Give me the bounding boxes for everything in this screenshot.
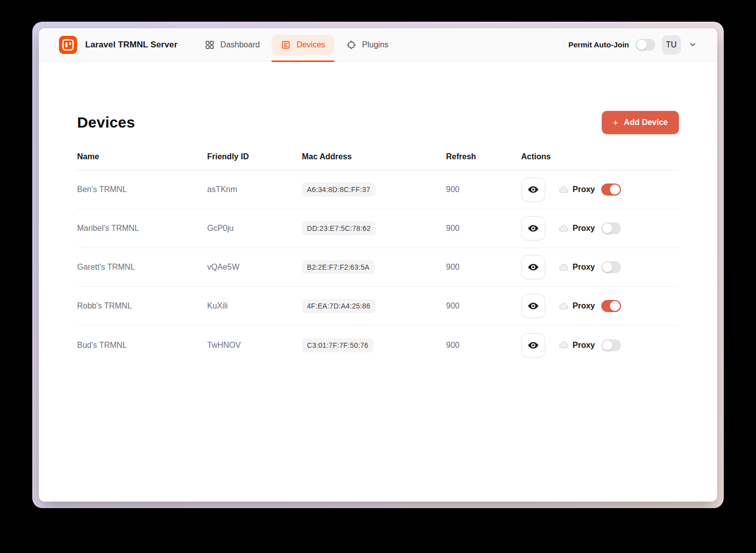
- col-header-friendly-id: Friendly ID: [207, 152, 302, 161]
- view-device-button[interactable]: [521, 177, 545, 202]
- device-name: Ben's TRMNL: [77, 185, 207, 194]
- view-device-button[interactable]: [521, 333, 545, 357]
- proxy-label: Proxy: [573, 263, 595, 272]
- device-friendly-id: GcP0ju: [207, 224, 302, 233]
- eye-icon: [528, 262, 539, 273]
- table-header-row: Name Friendly ID Mac Address Refresh Act…: [77, 152, 679, 170]
- page-title: Devices: [77, 114, 135, 131]
- proxy-toggle[interactable]: [601, 339, 621, 351]
- dashboard-grid-icon: [205, 40, 215, 50]
- tab-plugins-label: Plugins: [362, 40, 388, 49]
- devices-list-icon: [281, 40, 291, 50]
- mac-address-badge: A6:34:8D:8C:FF:37: [302, 182, 375, 197]
- permit-auto-join-label: Permit Auto-Join: [569, 40, 629, 49]
- device-refresh: 900: [446, 301, 521, 311]
- main-content: Devices + Add Device Name Friendly ID Ma…: [39, 62, 717, 502]
- device-name: Bud's TRMNL: [77, 341, 207, 350]
- chevron-down-icon: [688, 40, 697, 49]
- proxy-label: Proxy: [573, 301, 595, 311]
- mac-address-badge: B2:2E:F7:F2:63:5A: [302, 260, 374, 274]
- table-body: Ben's TRMNL asTKnm A6:34:8D:8C:FF:37 900…: [77, 170, 679, 364]
- col-header-actions: Actions: [521, 152, 679, 161]
- eye-icon: [528, 223, 539, 234]
- user-avatar[interactable]: TU: [662, 35, 681, 54]
- device-refresh: 900: [446, 185, 521, 194]
- top-right-cluster: Permit Auto-Join TU: [569, 35, 697, 54]
- table-row: Garett's TRMNL vQAe5W B2:2E:F7:F2:63:5A …: [77, 248, 679, 287]
- proxy-label: Proxy: [573, 185, 595, 194]
- mac-address-badge: C3:01:7F:7F:50:76: [302, 338, 373, 352]
- tab-dashboard-label: Dashboard: [220, 40, 260, 49]
- add-device-button[interactable]: + Add Device: [602, 111, 679, 134]
- plus-icon: +: [613, 118, 618, 128]
- permit-auto-join-toggle[interactable]: [636, 39, 655, 51]
- main-nav: Dashboard Devices: [196, 28, 398, 62]
- app-window: Laravel TRMNL Server Dashboard: [39, 28, 717, 502]
- tab-devices[interactable]: Devices: [272, 28, 334, 62]
- view-device-button[interactable]: [521, 294, 545, 318]
- device-friendly-id: asTKnm: [207, 185, 302, 194]
- top-bar: Laravel TRMNL Server Dashboard: [39, 28, 717, 62]
- tab-plugins[interactable]: Plugins: [337, 28, 397, 62]
- device-friendly-id: KuXili: [207, 301, 302, 311]
- add-device-label: Add Device: [624, 118, 668, 127]
- table-row: Maribel's TRMNL GcP0ju DD:23:E7:5C:78:62…: [77, 209, 679, 248]
- eye-icon: [528, 184, 539, 195]
- app-title: Laravel TRMNL Server: [85, 40, 177, 50]
- trmnl-logo-icon: [59, 36, 77, 54]
- proxy-toggle[interactable]: [601, 261, 621, 273]
- col-header-name: Name: [77, 152, 207, 161]
- device-name: Robb's TRMNL: [77, 301, 207, 311]
- proxy-toggle[interactable]: [601, 300, 621, 312]
- device-friendly-id: vQAe5W: [207, 263, 302, 272]
- cloud-icon: [558, 262, 569, 273]
- brand: Laravel TRMNL Server: [59, 36, 177, 54]
- proxy-toggle[interactable]: [601, 222, 621, 234]
- eye-icon: [528, 340, 539, 351]
- proxy-label: Proxy: [573, 341, 595, 350]
- window-frame: Laravel TRMNL Server Dashboard: [32, 22, 724, 508]
- view-device-button[interactable]: [521, 255, 545, 279]
- cloud-icon: [558, 185, 569, 195]
- proxy-toggle[interactable]: [601, 183, 621, 196]
- device-refresh: 900: [446, 224, 521, 233]
- proxy-label: Proxy: [573, 224, 595, 233]
- view-device-button[interactable]: [521, 216, 545, 240]
- col-header-refresh: Refresh: [446, 152, 521, 161]
- device-name: Garett's TRMNL: [77, 263, 207, 272]
- col-header-mac-address: Mac Address: [302, 152, 446, 161]
- table-row: Robb's TRMNL KuXili 4F:EA:7D:A4:25:86 90…: [77, 287, 679, 326]
- cloud-icon: [558, 223, 569, 234]
- cloud-icon: [558, 340, 569, 350]
- device-name: Maribel's TRMNL: [77, 224, 207, 233]
- table-row: Ben's TRMNL asTKnm A6:34:8D:8C:FF:37 900…: [77, 170, 679, 209]
- cloud-icon: [558, 301, 569, 312]
- devices-table: Name Friendly ID Mac Address Refresh Act…: [77, 152, 679, 364]
- device-refresh: 900: [446, 341, 521, 350]
- plugins-puzzle-icon: [346, 40, 356, 50]
- mac-address-badge: DD:23:E7:5C:78:62: [302, 221, 376, 235]
- user-menu-chevron[interactable]: [688, 40, 697, 49]
- device-friendly-id: TwHNOV: [207, 341, 302, 350]
- tab-devices-label: Devices: [296, 40, 325, 49]
- eye-icon: [528, 300, 539, 312]
- page-header: Devices + Add Device: [77, 111, 679, 134]
- tab-dashboard[interactable]: Dashboard: [196, 28, 269, 62]
- table-row: Bud's TRMNL TwHNOV C3:01:7F:7F:50:76 900…: [77, 326, 679, 364]
- device-refresh: 900: [446, 263, 521, 272]
- mac-address-badge: 4F:EA:7D:A4:25:86: [302, 299, 375, 313]
